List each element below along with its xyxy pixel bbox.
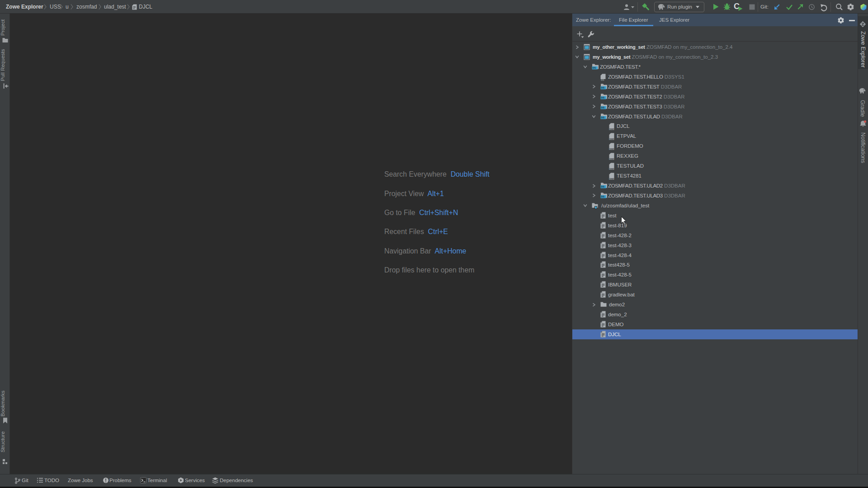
svg-text:MEM: MEM: [609, 178, 614, 180]
svg-text:MEM: MEM: [609, 158, 614, 160]
svg-text:DS: DS: [601, 116, 605, 119]
svg-text:MEM: MEM: [609, 168, 614, 170]
svg-text:DS: DS: [601, 96, 605, 99]
svg-text:DS: DS: [601, 185, 605, 188]
svg-text:DS: DS: [601, 106, 605, 109]
svg-text:MEM: MEM: [609, 148, 614, 150]
svg-text:MEM: MEM: [609, 128, 614, 131]
svg-text:DS: DS: [601, 79, 604, 81]
svg-text:MEM: MEM: [609, 138, 614, 141]
svg-text:DS: DS: [601, 195, 605, 198]
svg-text:DS: DS: [593, 66, 596, 69]
svg-text:DS: DS: [601, 86, 605, 89]
